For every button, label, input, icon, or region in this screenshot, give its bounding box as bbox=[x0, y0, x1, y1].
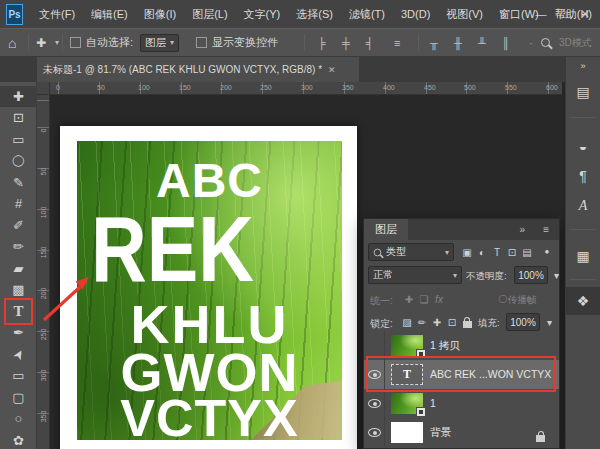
filter-toggle-icon[interactable]: ● bbox=[540, 247, 554, 256]
layer-row-1[interactable]: 1 bbox=[364, 389, 559, 418]
dock-collapse-icon[interactable]: » bbox=[566, 59, 600, 73]
dock-properties-icon[interactable]: ▤ bbox=[566, 79, 600, 105]
menu-image[interactable]: 图像(I) bbox=[136, 0, 184, 28]
brush-tool[interactable]: ✏ bbox=[0, 236, 37, 257]
panel-menu-icon[interactable]: ≡ bbox=[543, 219, 549, 240]
photoshop-window: Ps 文件(F) 编辑(E) 图像(I) 图层(L) 文字(Y) 选择(S) 滤… bbox=[0, 0, 600, 449]
auto-select-checkbox[interactable] bbox=[70, 29, 81, 56]
annotation-box-type-tool bbox=[4, 298, 33, 325]
align-right-icon[interactable]: ╨ bbox=[478, 29, 496, 56]
filter-adjustment-layers-icon[interactable]: ◐ bbox=[475, 247, 489, 258]
ruler-label: 50 bbox=[40, 162, 47, 182]
layer-row-background[interactable]: 背景 bbox=[364, 418, 559, 447]
ruler-corner bbox=[37, 82, 50, 95]
rounded-rectangle-tool[interactable]: ▢ bbox=[0, 387, 37, 408]
opacity-caret-icon[interactable]: ▾ bbox=[554, 270, 559, 281]
document-tab[interactable]: 未标题-1 @ 81.7% (ABC REK KHLU GWON VCTYX, … bbox=[37, 57, 359, 82]
layer-thumbnail[interactable] bbox=[391, 335, 423, 356]
menu-3d[interactable]: 3D(D) bbox=[393, 0, 438, 28]
align-vcenter-icon[interactable]: ╪ bbox=[342, 29, 360, 56]
minimize-button[interactable]: — bbox=[530, 0, 552, 28]
move-tool-caret-icon[interactable]: ▾ bbox=[55, 29, 59, 56]
ruler-label: 400 bbox=[383, 84, 395, 91]
marquee-tool[interactable]: ▭ bbox=[0, 129, 37, 150]
dock-layers-icon[interactable]: ❖ bbox=[566, 287, 600, 315]
filter-type-layers-icon[interactable]: T bbox=[490, 247, 504, 258]
lasso-tool[interactable]: ◯ bbox=[0, 150, 37, 171]
ellipse-tool[interactable]: ○ bbox=[0, 408, 37, 429]
unify-style-icon: fx bbox=[432, 294, 446, 305]
align-left-icon[interactable]: ╥ bbox=[430, 29, 448, 56]
filter-smart-objects-icon[interactable]: ▤ bbox=[520, 247, 534, 258]
menu-layer[interactable]: 图层(L) bbox=[184, 0, 235, 28]
horizontal-ruler: 0 50 100 150 200 250 300 350 400 450 500… bbox=[50, 82, 562, 95]
ruler-label: 0 bbox=[40, 121, 47, 141]
move-tool[interactable]: ✚ bbox=[0, 86, 37, 107]
rectangle-tool[interactable]: ▭ bbox=[0, 365, 37, 386]
artboard-tool[interactable]: ⊡ bbox=[0, 107, 37, 128]
layers-tab[interactable]: 图层 bbox=[364, 219, 408, 240]
panel-collapse-icon[interactable]: » bbox=[519, 219, 525, 240]
tab-close-icon[interactable]: ✕ bbox=[328, 65, 336, 75]
lock-artboard-icon[interactable]: ⊡ bbox=[445, 317, 459, 328]
quick-selection-tool[interactable]: ✎ bbox=[0, 172, 37, 193]
lock-all-icon[interactable] bbox=[460, 319, 474, 330]
ruler-label: 550 bbox=[505, 84, 517, 91]
opacity-value[interactable]: 100% bbox=[514, 266, 548, 284]
blend-mode-dropdown[interactable]: 正常 ▾ bbox=[368, 266, 462, 284]
ruler-label: 300 bbox=[301, 84, 313, 91]
ruler-label: 0 bbox=[56, 84, 60, 91]
align-hcenter-icon[interactable]: ╫ bbox=[454, 29, 472, 56]
lock-transparent-icon[interactable]: ▨ bbox=[400, 317, 414, 328]
menu-type[interactable]: 文字(Y) bbox=[236, 0, 289, 28]
align-bottom-icon[interactable]: ╡ bbox=[366, 29, 384, 56]
title-bar: Ps 文件(F) 编辑(E) 图像(I) 图层(L) 文字(Y) 选择(S) 滤… bbox=[0, 0, 600, 28]
menu-select[interactable]: 选择(S) bbox=[288, 0, 341, 28]
filter-shape-layers-icon[interactable]: ⊡ bbox=[505, 247, 519, 258]
layer-name[interactable]: 1 bbox=[430, 389, 436, 418]
auto-select-dropdown[interactable]: 图层▾ bbox=[140, 29, 179, 56]
restore-button[interactable]: □ bbox=[552, 0, 574, 28]
dock-swatches-icon[interactable]: ▦ bbox=[566, 243, 600, 269]
layer-thumbnail[interactable] bbox=[391, 393, 423, 414]
ruler-label: 350 bbox=[342, 84, 354, 91]
distribute-vertical-icon[interactable]: ≡ bbox=[394, 29, 412, 56]
home-icon[interactable]: ⌂ bbox=[8, 29, 16, 56]
visibility-toggle[interactable] bbox=[364, 418, 385, 447]
menu-view[interactable]: 视图(V) bbox=[438, 0, 491, 28]
filter-pixel-layers-icon[interactable]: ▣ bbox=[460, 247, 474, 258]
ruler-label: 150 bbox=[179, 84, 191, 91]
layer-thumbnail[interactable] bbox=[391, 422, 423, 443]
show-transform-checkbox[interactable] bbox=[196, 29, 207, 56]
options-bar: ⌂ ✚ ▾ 自动选择: 图层▾ 显示变换控件 ╞ ╪ ╡ ≡ ╥ ╫ ╨ ║ ·… bbox=[0, 28, 600, 57]
lock-position-icon[interactable]: ✚ bbox=[430, 317, 444, 328]
dock-paragraph-icon[interactable]: ¶ bbox=[566, 163, 600, 189]
eyedropper-tool[interactable]: ✐ bbox=[0, 215, 37, 236]
custom-shape-tool[interactable]: ✿ bbox=[0, 430, 37, 449]
search-icon bbox=[374, 248, 382, 256]
fill-caret-icon[interactable]: ▾ bbox=[547, 317, 552, 328]
crop-tool[interactable]: # bbox=[0, 193, 37, 214]
menu-file[interactable]: 文件(F) bbox=[31, 0, 83, 28]
layer-filter-dropdown[interactable]: 类型 ▾ bbox=[368, 243, 454, 261]
menu-edit[interactable]: 编辑(E) bbox=[83, 0, 136, 28]
close-button[interactable]: ✕ bbox=[574, 0, 596, 28]
menu-filter[interactable]: 滤镜(T) bbox=[341, 0, 393, 28]
move-tool-icon[interactable]: ✚ bbox=[36, 29, 46, 56]
ruler-label: 600 bbox=[546, 84, 558, 91]
dock-character-icon[interactable]: A bbox=[566, 193, 600, 219]
fill-value[interactable]: 100% bbox=[506, 313, 540, 331]
ruler-label: 100 bbox=[40, 203, 47, 223]
unify-position-icon: ✚ bbox=[402, 294, 416, 305]
canvas-text-rek: REK bbox=[91, 203, 254, 295]
zoom-search-icon[interactable] bbox=[541, 29, 550, 56]
align-top-icon[interactable]: ╞ bbox=[318, 29, 336, 56]
dock-color-icon[interactable]: ◒ bbox=[566, 133, 600, 159]
menu-bar: 文件(F) 编辑(E) 图像(I) 图层(L) 文字(Y) 选择(S) 滤镜(T… bbox=[31, 0, 600, 28]
layer-name[interactable]: 背景 bbox=[430, 418, 451, 447]
lock-paint-icon[interactable]: ✏ bbox=[415, 317, 429, 328]
photoshop-logo-icon: Ps bbox=[6, 4, 23, 25]
distribute-horizontal-icon[interactable]: ║ bbox=[502, 29, 520, 56]
visibility-toggle[interactable] bbox=[364, 389, 385, 418]
unify-label: 统一: bbox=[370, 294, 393, 308]
